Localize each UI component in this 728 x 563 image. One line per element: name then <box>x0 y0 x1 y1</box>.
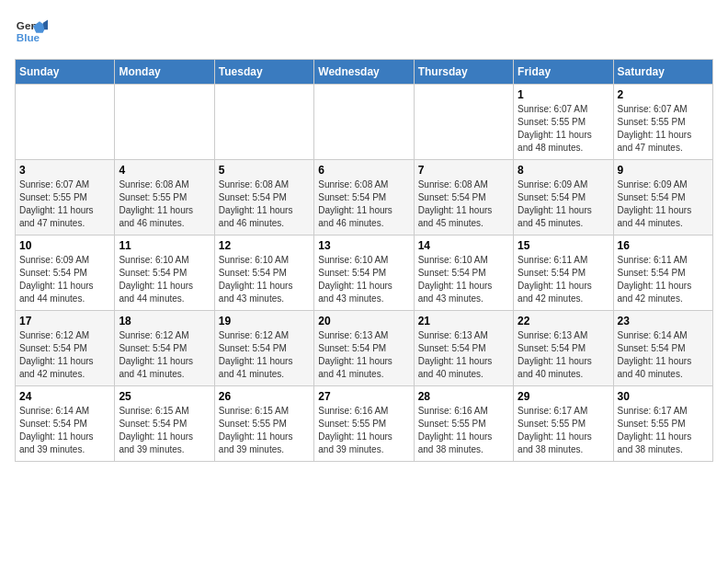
calendar-cell: 25Sunrise: 6:15 AM Sunset: 5:54 PM Dayli… <box>115 386 214 462</box>
day-number: 25 <box>119 390 210 403</box>
day-number: 29 <box>518 390 609 403</box>
calendar-cell: 16Sunrise: 6:11 AM Sunset: 5:54 PM Dayli… <box>613 236 712 311</box>
calendar-cell: 13Sunrise: 6:10 AM Sunset: 5:54 PM Dayli… <box>314 236 414 311</box>
day-header-monday: Monday <box>115 60 214 85</box>
calendar-cell: 23Sunrise: 6:14 AM Sunset: 5:54 PM Dayli… <box>613 311 712 386</box>
calendar-cell: 22Sunrise: 6:13 AM Sunset: 5:54 PM Dayli… <box>514 311 613 386</box>
day-header-saturday: Saturday <box>613 60 712 85</box>
day-header-wednesday: Wednesday <box>314 60 414 85</box>
day-info: Sunrise: 6:17 AM Sunset: 5:55 PM Dayligh… <box>518 405 609 456</box>
day-number: 24 <box>19 390 110 403</box>
day-info: Sunrise: 6:11 AM Sunset: 5:54 PM Dayligh… <box>618 254 709 305</box>
calendar-cell <box>414 85 513 160</box>
day-info: Sunrise: 6:13 AM Sunset: 5:54 PM Dayligh… <box>518 329 609 381</box>
day-number: 12 <box>219 239 310 252</box>
day-number: 10 <box>19 239 110 252</box>
calendar-cell: 1Sunrise: 6:07 AM Sunset: 5:55 PM Daylig… <box>514 85 613 160</box>
day-info: Sunrise: 6:11 AM Sunset: 5:54 PM Dayligh… <box>518 254 609 305</box>
calendar-cell: 17Sunrise: 6:12 AM Sunset: 5:54 PM Dayli… <box>16 311 115 386</box>
day-info: Sunrise: 6:14 AM Sunset: 5:54 PM Dayligh… <box>19 405 110 456</box>
day-info: Sunrise: 6:12 AM Sunset: 5:54 PM Dayligh… <box>19 329 110 381</box>
calendar-cell: 8Sunrise: 6:09 AM Sunset: 5:54 PM Daylig… <box>514 160 613 236</box>
day-header-sunday: Sunday <box>16 60 115 85</box>
day-header-tuesday: Tuesday <box>214 60 313 85</box>
day-number: 7 <box>418 164 509 177</box>
day-info: Sunrise: 6:10 AM Sunset: 5:54 PM Dayligh… <box>219 254 310 305</box>
calendar-cell: 2Sunrise: 6:07 AM Sunset: 5:55 PM Daylig… <box>613 85 712 160</box>
calendar-cell <box>214 85 313 160</box>
day-info: Sunrise: 6:12 AM Sunset: 5:54 PM Dayligh… <box>219 329 310 381</box>
calendar-cell: 5Sunrise: 6:08 AM Sunset: 5:54 PM Daylig… <box>214 160 313 236</box>
day-info: Sunrise: 6:09 AM Sunset: 5:54 PM Dayligh… <box>19 254 110 305</box>
day-info: Sunrise: 6:07 AM Sunset: 5:55 PM Dayligh… <box>518 103 609 155</box>
day-info: Sunrise: 6:08 AM Sunset: 5:54 PM Dayligh… <box>318 178 409 230</box>
day-number: 5 <box>219 164 310 177</box>
calendar-cell: 12Sunrise: 6:10 AM Sunset: 5:54 PM Dayli… <box>214 236 313 311</box>
day-number: 2 <box>618 88 709 101</box>
day-number: 27 <box>318 390 409 403</box>
calendar-cell: 20Sunrise: 6:13 AM Sunset: 5:54 PM Dayli… <box>314 311 414 386</box>
day-info: Sunrise: 6:16 AM Sunset: 5:55 PM Dayligh… <box>318 405 409 456</box>
day-number: 28 <box>418 390 509 403</box>
calendar-table: SundayMondayTuesdayWednesdayThursdayFrid… <box>15 59 713 462</box>
day-number: 18 <box>119 315 210 327</box>
day-info: Sunrise: 6:10 AM Sunset: 5:54 PM Dayligh… <box>418 254 509 305</box>
calendar-cell: 3Sunrise: 6:07 AM Sunset: 5:55 PM Daylig… <box>16 160 115 236</box>
day-info: Sunrise: 6:12 AM Sunset: 5:54 PM Dayligh… <box>119 329 210 381</box>
logo: General Blue <box>15 15 51 48</box>
day-info: Sunrise: 6:08 AM Sunset: 5:55 PM Dayligh… <box>119 178 210 230</box>
day-info: Sunrise: 6:15 AM Sunset: 5:54 PM Dayligh… <box>119 405 210 456</box>
day-number: 30 <box>618 390 709 403</box>
calendar-cell: 18Sunrise: 6:12 AM Sunset: 5:54 PM Dayli… <box>115 311 214 386</box>
calendar-cell: 14Sunrise: 6:10 AM Sunset: 5:54 PM Dayli… <box>414 236 513 311</box>
day-number: 22 <box>518 315 609 327</box>
day-number: 16 <box>618 239 709 252</box>
calendar-cell: 11Sunrise: 6:10 AM Sunset: 5:54 PM Dayli… <box>115 236 214 311</box>
day-info: Sunrise: 6:10 AM Sunset: 5:54 PM Dayligh… <box>318 254 409 305</box>
calendar-cell: 4Sunrise: 6:08 AM Sunset: 5:55 PM Daylig… <box>115 160 214 236</box>
calendar-cell <box>115 85 214 160</box>
day-info: Sunrise: 6:14 AM Sunset: 5:54 PM Dayligh… <box>618 329 709 381</box>
calendar-cell: 10Sunrise: 6:09 AM Sunset: 5:54 PM Dayli… <box>16 236 115 311</box>
day-info: Sunrise: 6:08 AM Sunset: 5:54 PM Dayligh… <box>418 178 509 230</box>
day-info: Sunrise: 6:09 AM Sunset: 5:54 PM Dayligh… <box>618 178 709 230</box>
day-info: Sunrise: 6:10 AM Sunset: 5:54 PM Dayligh… <box>119 254 210 305</box>
day-info: Sunrise: 6:07 AM Sunset: 5:55 PM Dayligh… <box>19 178 110 230</box>
day-info: Sunrise: 6:17 AM Sunset: 5:55 PM Dayligh… <box>618 405 709 456</box>
logo-icon: General Blue <box>15 15 48 48</box>
day-info: Sunrise: 6:13 AM Sunset: 5:54 PM Dayligh… <box>318 329 409 381</box>
day-number: 15 <box>518 239 609 252</box>
day-number: 20 <box>318 315 409 327</box>
calendar-cell: 24Sunrise: 6:14 AM Sunset: 5:54 PM Dayli… <box>16 386 115 462</box>
day-number: 3 <box>19 164 110 177</box>
day-info: Sunrise: 6:13 AM Sunset: 5:54 PM Dayligh… <box>418 329 509 381</box>
day-number: 14 <box>418 239 509 252</box>
page-header: General Blue <box>15 15 713 48</box>
day-number: 6 <box>318 164 409 177</box>
day-info: Sunrise: 6:15 AM Sunset: 5:55 PM Dayligh… <box>219 405 310 456</box>
calendar-cell: 29Sunrise: 6:17 AM Sunset: 5:55 PM Dayli… <box>514 386 613 462</box>
day-info: Sunrise: 6:07 AM Sunset: 5:55 PM Dayligh… <box>618 103 709 155</box>
day-number: 13 <box>318 239 409 252</box>
calendar-cell: 30Sunrise: 6:17 AM Sunset: 5:55 PM Dayli… <box>613 386 712 462</box>
day-number: 9 <box>618 164 709 177</box>
day-number: 19 <box>219 315 310 327</box>
day-info: Sunrise: 6:08 AM Sunset: 5:54 PM Dayligh… <box>219 178 310 230</box>
day-number: 23 <box>618 315 709 327</box>
calendar-cell: 7Sunrise: 6:08 AM Sunset: 5:54 PM Daylig… <box>414 160 513 236</box>
day-number: 8 <box>518 164 609 177</box>
calendar-cell: 15Sunrise: 6:11 AM Sunset: 5:54 PM Dayli… <box>514 236 613 311</box>
calendar-cell <box>16 85 115 160</box>
calendar-cell: 26Sunrise: 6:15 AM Sunset: 5:55 PM Dayli… <box>214 386 313 462</box>
calendar-cell <box>314 85 414 160</box>
day-number: 4 <box>119 164 210 177</box>
calendar-cell: 19Sunrise: 6:12 AM Sunset: 5:54 PM Dayli… <box>214 311 313 386</box>
day-info: Sunrise: 6:09 AM Sunset: 5:54 PM Dayligh… <box>518 178 609 230</box>
day-number: 21 <box>418 315 509 327</box>
day-number: 1 <box>518 88 609 101</box>
calendar-cell: 28Sunrise: 6:16 AM Sunset: 5:55 PM Dayli… <box>414 386 513 462</box>
calendar-cell: 9Sunrise: 6:09 AM Sunset: 5:54 PM Daylig… <box>613 160 712 236</box>
calendar-cell: 27Sunrise: 6:16 AM Sunset: 5:55 PM Dayli… <box>314 386 414 462</box>
day-number: 17 <box>19 315 110 327</box>
day-number: 11 <box>119 239 210 252</box>
